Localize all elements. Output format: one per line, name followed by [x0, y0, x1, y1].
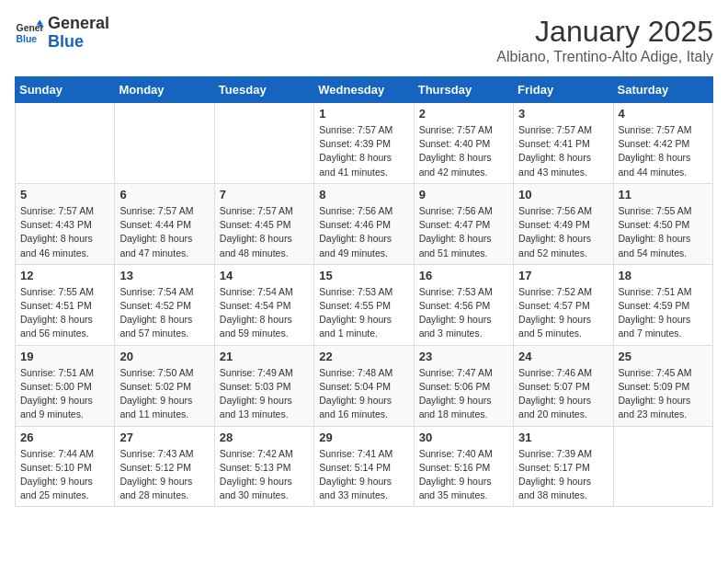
calendar-cell: 2Sunrise: 7:57 AM Sunset: 4:40 PM Daylig… — [414, 103, 513, 184]
day-info: Sunrise: 7:55 AM Sunset: 4:50 PM Dayligh… — [619, 204, 708, 260]
calendar-cell: 14Sunrise: 7:54 AM Sunset: 4:54 PM Dayli… — [214, 264, 313, 345]
calendar-week-row: 12Sunrise: 7:55 AM Sunset: 4:51 PM Dayli… — [16, 264, 713, 345]
calendar-cell: 4Sunrise: 7:57 AM Sunset: 4:42 PM Daylig… — [613, 103, 712, 184]
calendar-cell: 8Sunrise: 7:56 AM Sunset: 4:46 PM Daylig… — [314, 183, 414, 264]
calendar-table: SundayMondayTuesdayWednesdayThursdayFrid… — [15, 76, 713, 507]
calendar-cell: 3Sunrise: 7:57 AM Sunset: 4:41 PM Daylig… — [514, 103, 613, 184]
weekday-header: Tuesday — [214, 77, 313, 103]
weekday-header: Wednesday — [314, 77, 414, 103]
day-number: 30 — [419, 431, 508, 444]
day-number: 1 — [319, 107, 408, 121]
day-number: 21 — [220, 350, 309, 363]
day-info: Sunrise: 7:57 AM Sunset: 4:42 PM Dayligh… — [619, 123, 708, 179]
calendar-week-row: 5Sunrise: 7:57 AM Sunset: 4:43 PM Daylig… — [16, 183, 713, 264]
weekday-header: Friday — [514, 77, 613, 103]
calendar-subtitle: Albiano, Trentino-Alto Adige, Italy — [496, 49, 713, 65]
calendar-cell: 21Sunrise: 7:49 AM Sunset: 5:03 PM Dayli… — [214, 345, 313, 426]
day-number: 27 — [119, 431, 209, 444]
calendar-week-row: 1Sunrise: 7:57 AM Sunset: 4:39 PM Daylig… — [16, 103, 713, 184]
day-number: 20 — [119, 350, 209, 363]
day-info: Sunrise: 7:46 AM Sunset: 5:07 PM Dayligh… — [518, 366, 608, 422]
calendar-cell: 29Sunrise: 7:41 AM Sunset: 5:14 PM Dayli… — [314, 426, 414, 507]
day-number: 16 — [419, 269, 508, 282]
day-number: 19 — [20, 350, 109, 363]
calendar-cell: 13Sunrise: 7:54 AM Sunset: 4:52 PM Dayli… — [115, 264, 214, 345]
calendar-cell: 23Sunrise: 7:47 AM Sunset: 5:06 PM Dayli… — [414, 345, 513, 426]
calendar-cell: 11Sunrise: 7:55 AM Sunset: 4:50 PM Dayli… — [613, 183, 712, 264]
calendar-cell: 24Sunrise: 7:46 AM Sunset: 5:07 PM Dayli… — [514, 345, 613, 426]
calendar-cell: 25Sunrise: 7:45 AM Sunset: 5:09 PM Dayli… — [613, 345, 712, 426]
day-info: Sunrise: 7:57 AM Sunset: 4:43 PM Dayligh… — [20, 204, 109, 260]
calendar-cell: 6Sunrise: 7:57 AM Sunset: 4:44 PM Daylig… — [115, 183, 214, 264]
day-number: 11 — [619, 188, 708, 201]
title-block: January 2025 Albiano, Trentino-Alto Adig… — [496, 15, 713, 65]
day-number: 9 — [419, 188, 508, 201]
calendar-cell: 5Sunrise: 7:57 AM Sunset: 4:43 PM Daylig… — [16, 183, 115, 264]
day-info: Sunrise: 7:56 AM Sunset: 4:47 PM Dayligh… — [419, 204, 508, 260]
weekday-header-row: SundayMondayTuesdayWednesdayThursdayFrid… — [16, 77, 713, 103]
day-info: Sunrise: 7:56 AM Sunset: 4:49 PM Dayligh… — [518, 204, 608, 260]
day-info: Sunrise: 7:50 AM Sunset: 5:02 PM Dayligh… — [119, 366, 209, 422]
svg-text:Blue: Blue — [17, 33, 38, 43]
day-info: Sunrise: 7:40 AM Sunset: 5:16 PM Dayligh… — [419, 447, 508, 503]
calendar-title: January 2025 — [496, 15, 713, 49]
calendar-cell: 9Sunrise: 7:56 AM Sunset: 4:47 PM Daylig… — [414, 183, 513, 264]
logo-icon: General Blue — [15, 18, 44, 48]
day-info: Sunrise: 7:49 AM Sunset: 5:03 PM Dayligh… — [220, 366, 309, 422]
day-info: Sunrise: 7:39 AM Sunset: 5:17 PM Dayligh… — [518, 447, 608, 503]
day-number: 28 — [220, 431, 309, 444]
calendar-cell: 10Sunrise: 7:56 AM Sunset: 4:49 PM Dayli… — [514, 183, 613, 264]
day-number: 15 — [319, 269, 408, 282]
logo: General Blue General Blue — [15, 15, 109, 52]
calendar-cell: 26Sunrise: 7:44 AM Sunset: 5:10 PM Dayli… — [16, 426, 115, 507]
calendar-cell: 12Sunrise: 7:55 AM Sunset: 4:51 PM Dayli… — [16, 264, 115, 345]
day-number: 23 — [419, 350, 508, 363]
day-number: 6 — [119, 188, 209, 201]
weekday-header: Saturday — [613, 77, 712, 103]
logo-text: General Blue — [48, 15, 109, 52]
day-number: 7 — [220, 188, 309, 201]
calendar-cell — [613, 426, 712, 507]
day-number: 12 — [20, 269, 109, 282]
day-info: Sunrise: 7:53 AM Sunset: 4:55 PM Dayligh… — [319, 285, 408, 341]
day-info: Sunrise: 7:55 AM Sunset: 4:51 PM Dayligh… — [20, 285, 109, 341]
day-info: Sunrise: 7:57 AM Sunset: 4:40 PM Dayligh… — [419, 123, 508, 179]
calendar-week-row: 19Sunrise: 7:51 AM Sunset: 5:00 PM Dayli… — [16, 345, 713, 426]
day-info: Sunrise: 7:52 AM Sunset: 4:57 PM Dayligh… — [518, 285, 608, 341]
day-info: Sunrise: 7:51 AM Sunset: 4:59 PM Dayligh… — [619, 285, 708, 341]
day-number: 26 — [20, 431, 109, 444]
day-number: 8 — [319, 188, 408, 201]
calendar-cell: 1Sunrise: 7:57 AM Sunset: 4:39 PM Daylig… — [314, 103, 414, 184]
day-info: Sunrise: 7:45 AM Sunset: 5:09 PM Dayligh… — [619, 366, 708, 422]
day-info: Sunrise: 7:53 AM Sunset: 4:56 PM Dayligh… — [419, 285, 508, 341]
calendar-cell: 20Sunrise: 7:50 AM Sunset: 5:02 PM Dayli… — [115, 345, 214, 426]
day-info: Sunrise: 7:57 AM Sunset: 4:44 PM Dayligh… — [119, 204, 209, 260]
day-number: 2 — [419, 107, 508, 121]
weekday-header: Sunday — [16, 77, 115, 103]
calendar-cell: 22Sunrise: 7:48 AM Sunset: 5:04 PM Dayli… — [314, 345, 414, 426]
day-info: Sunrise: 7:44 AM Sunset: 5:10 PM Dayligh… — [20, 447, 109, 503]
day-number: 14 — [220, 269, 309, 282]
day-number: 4 — [619, 107, 708, 121]
day-info: Sunrise: 7:48 AM Sunset: 5:04 PM Dayligh… — [319, 366, 408, 422]
day-number: 24 — [518, 350, 608, 363]
day-number: 5 — [20, 188, 109, 201]
day-info: Sunrise: 7:43 AM Sunset: 5:12 PM Dayligh… — [119, 447, 209, 503]
day-number: 31 — [518, 431, 608, 444]
day-info: Sunrise: 7:57 AM Sunset: 4:41 PM Dayligh… — [518, 123, 608, 179]
calendar-cell: 7Sunrise: 7:57 AM Sunset: 4:45 PM Daylig… — [214, 183, 313, 264]
calendar-week-row: 26Sunrise: 7:44 AM Sunset: 5:10 PM Dayli… — [16, 426, 713, 507]
day-info: Sunrise: 7:47 AM Sunset: 5:06 PM Dayligh… — [419, 366, 508, 422]
calendar-cell: 27Sunrise: 7:43 AM Sunset: 5:12 PM Dayli… — [115, 426, 214, 507]
calendar-cell: 28Sunrise: 7:42 AM Sunset: 5:13 PM Dayli… — [214, 426, 313, 507]
day-info: Sunrise: 7:54 AM Sunset: 4:54 PM Dayligh… — [220, 285, 309, 341]
page-header: General Blue General Blue January 2025 A… — [15, 15, 713, 65]
day-info: Sunrise: 7:42 AM Sunset: 5:13 PM Dayligh… — [220, 447, 309, 503]
calendar-cell: 31Sunrise: 7:39 AM Sunset: 5:17 PM Dayli… — [514, 426, 613, 507]
day-number: 3 — [518, 107, 608, 121]
day-number: 29 — [319, 431, 408, 444]
day-number: 10 — [518, 188, 608, 201]
day-info: Sunrise: 7:56 AM Sunset: 4:46 PM Dayligh… — [319, 204, 408, 260]
calendar-cell: 30Sunrise: 7:40 AM Sunset: 5:16 PM Dayli… — [414, 426, 513, 507]
calendar-cell: 18Sunrise: 7:51 AM Sunset: 4:59 PM Dayli… — [613, 264, 712, 345]
